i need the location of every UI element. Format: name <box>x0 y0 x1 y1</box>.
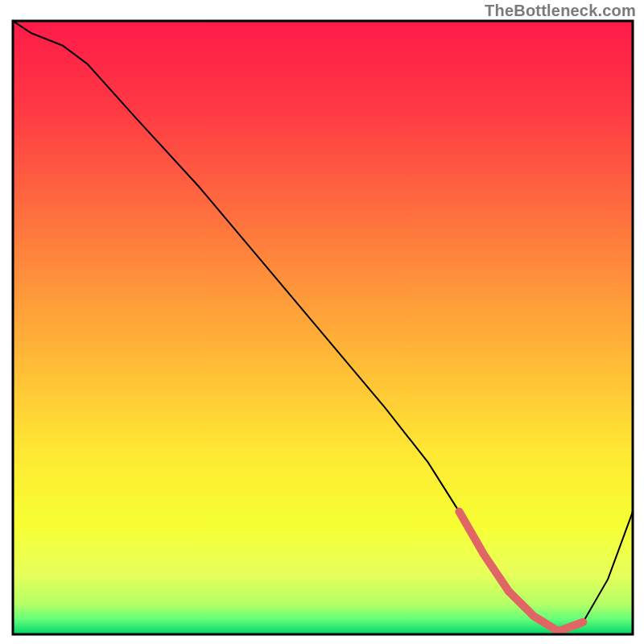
gradient-background <box>13 21 633 634</box>
attribution-text: TheBottleneck.com <box>485 2 636 20</box>
bottleneck-chart <box>0 0 644 644</box>
